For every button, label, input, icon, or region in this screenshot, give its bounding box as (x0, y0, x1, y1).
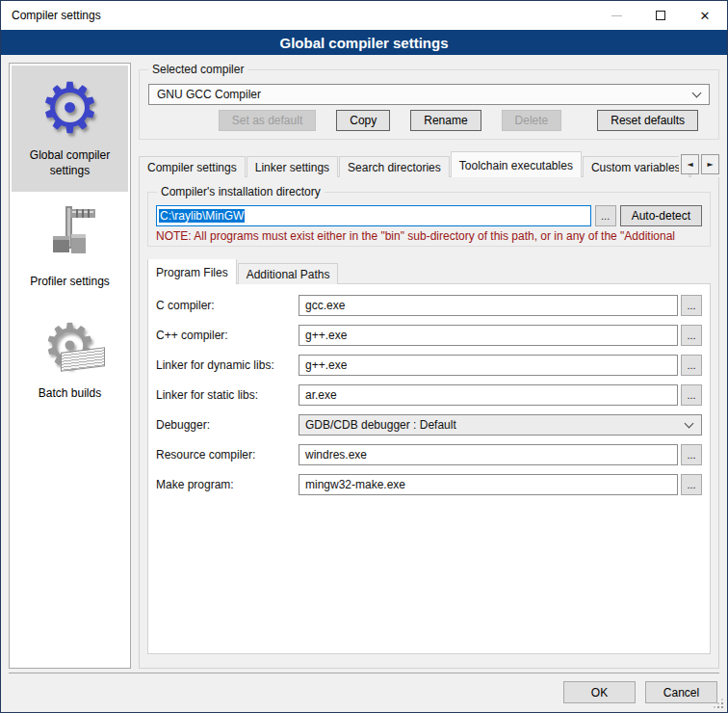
tab-compiler-settings[interactable]: Compiler settings (139, 156, 246, 177)
caliper-icon (39, 203, 101, 265)
program-row-static-linker: Linker for static libs: ar.exe ... (156, 384, 702, 406)
program-row-c-compiler: C compiler: gcc.exe ... (156, 295, 702, 316)
tab-scroll-right-icon[interactable]: ► (701, 154, 719, 174)
chevron-down-icon (685, 418, 694, 428)
dialog-content: ⚙ Global compiler settings (1, 55, 727, 673)
tab-additional-paths[interactable]: Additional Paths (238, 263, 339, 284)
browse-button[interactable]: ... (595, 205, 616, 226)
settings-tab-strip: Compiler settings Linker settings Search… (139, 151, 719, 177)
installation-directory-group: Compiler's installation directory C:\ray… (147, 192, 711, 247)
sidebar-item-profiler-settings[interactable]: Profiler settings (12, 192, 128, 304)
dynamic-linker-input[interactable]: g++.exe (299, 355, 678, 376)
autodetect-button[interactable]: Auto-detect (620, 205, 702, 226)
cancel-button[interactable]: Cancel (645, 681, 717, 703)
window-controls: ✕ (594, 1, 727, 30)
delete-button: Delete (502, 110, 562, 131)
set-as-default-button: Set as default (219, 110, 316, 131)
blue-gear-icon: ⚙ (39, 77, 101, 139)
program-row-label: C compiler: (156, 299, 299, 312)
sidebar-item-label: Global compiler settings (14, 148, 125, 178)
program-files-tab-strip: Program Files Additional Paths (147, 259, 711, 284)
dialog-banner: Global compiler settings (1, 30, 727, 55)
copy-button[interactable]: Copy (336, 110, 390, 131)
toolchain-executables-page: Compiler's installation directory C:\ray… (139, 176, 719, 669)
install-dir-input[interactable]: C:\raylib\MinGW (156, 205, 591, 226)
title-bar: Compiler settings ✕ (1, 1, 727, 30)
sidebar-item-batch-builds[interactable]: ⚙ Batch builds (12, 304, 128, 415)
main-panel: Selected compiler GNU GCC Compiler Set a… (139, 63, 719, 669)
debugger-select[interactable]: GDB/CDB debugger : Default (299, 414, 702, 436)
minimize-button (594, 1, 638, 30)
close-button[interactable]: ✕ (683, 1, 727, 30)
rename-button[interactable]: Rename (410, 110, 481, 131)
program-row-label: Linker for dynamic libs: (156, 358, 299, 372)
window-title: Compiler settings (1, 9, 594, 22)
compiler-buttons-row: Set as default Copy Rename Delete Reset … (148, 110, 698, 131)
group-label: Compiler's installation directory (157, 185, 325, 198)
make-program-input[interactable]: mingw32-make.exe (299, 474, 678, 495)
resource-compiler-input[interactable]: windres.exe (299, 444, 678, 465)
program-row-cpp-compiler: C++ compiler: g++.exe ... (156, 325, 702, 346)
ok-button[interactable]: OK (563, 681, 636, 703)
tab-custom-variables[interactable]: Custom variables (583, 156, 689, 177)
browse-button[interactable]: ... (681, 325, 702, 346)
compiler-select-value: GNU GCC Compiler (157, 88, 261, 101)
tab-search-directories[interactable]: Search directories (339, 156, 450, 177)
sidebar-item-label: Profiler settings (30, 275, 110, 290)
browse-button[interactable]: ... (681, 444, 702, 465)
sidebar-item-global-compiler-settings[interactable]: ⚙ Global compiler settings (12, 66, 128, 192)
browse-button[interactable]: ... (681, 355, 702, 376)
close-icon: ✕ (700, 10, 711, 22)
group-label: Selected compiler (148, 63, 247, 76)
browse-button[interactable]: ... (681, 474, 702, 495)
chevron-down-icon (692, 88, 702, 97)
static-linker-input[interactable]: ar.exe (299, 384, 678, 406)
debugger-select-value: GDB/CDB debugger : Default (305, 418, 456, 432)
program-row-label: Make program: (156, 478, 299, 491)
settings-sidebar: ⚙ Global compiler settings (9, 63, 131, 669)
tab-scroll-arrows: ◄ ► (679, 154, 719, 174)
program-row-label: Resource compiler: (156, 448, 299, 462)
program-row-label: C++ compiler: (156, 329, 299, 342)
tab-program-files[interactable]: Program Files (147, 259, 237, 284)
tab-scroll-left-icon[interactable]: ◄ (681, 154, 699, 174)
bin-subdirectory-note: NOTE: All programs must exist either in … (156, 229, 702, 243)
dialog-footer: OK Cancel (9, 673, 719, 712)
program-row-dynamic-linker: Linker for dynamic libs: g++.exe ... (156, 355, 702, 376)
minimize-icon (611, 15, 622, 16)
browse-button[interactable]: ... (681, 295, 702, 316)
program-row-resource-compiler: Resource compiler: windres.exe ... (156, 444, 702, 465)
tab-toolchain-executables[interactable]: Toolchain executables (451, 151, 582, 177)
resize-grip[interactable] (712, 697, 723, 708)
program-row-label: Linker for static libs: (156, 388, 299, 402)
program-row-debugger: Debugger: GDB/CDB debugger : Default (156, 414, 702, 436)
cpp-compiler-input[interactable]: g++.exe (299, 325, 678, 346)
gear-stack-icon: ⚙ (39, 315, 101, 377)
reset-defaults-button[interactable]: Reset defaults (597, 110, 698, 131)
c-compiler-input[interactable]: gcc.exe (299, 295, 678, 316)
compiler-select[interactable]: GNU GCC Compiler (148, 84, 710, 105)
selected-compiler-group: Selected compiler GNU GCC Compiler Set a… (139, 69, 719, 140)
program-row-label: Debugger: (156, 418, 299, 432)
installation-directory-row: C:\raylib\MinGW ... Auto-detect (156, 205, 702, 226)
tab-linker-settings[interactable]: Linker settings (247, 156, 338, 177)
install-dir-selected-text: C:\raylib\MinGW (159, 209, 245, 223)
maximize-icon (656, 11, 665, 20)
program-files-page: C compiler: gcc.exe ... C++ compiler: g+… (147, 283, 711, 654)
browse-button[interactable]: ... (681, 384, 702, 406)
compiler-settings-dialog: Compiler settings ✕ Global compiler sett… (0, 0, 728, 713)
banner-title: Global compiler settings (279, 35, 448, 51)
maximize-button[interactable] (638, 1, 683, 30)
sidebar-item-label: Batch builds (39, 386, 101, 402)
program-row-make-program: Make program: mingw32-make.exe ... (156, 474, 702, 495)
